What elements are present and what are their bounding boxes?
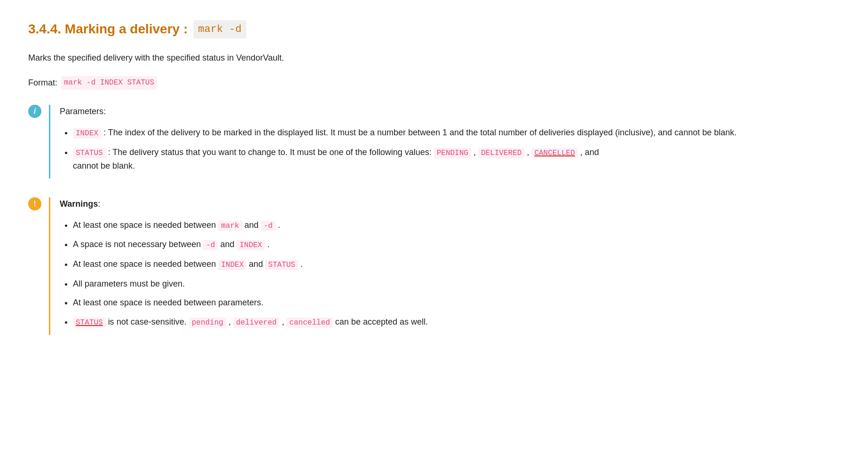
delivered-value: DELIVERED	[478, 148, 524, 158]
parameters-content: Parameters: INDEX : The index of the del…	[49, 105, 840, 179]
dash-d-code: -d	[261, 221, 276, 231]
info-icon: i	[28, 105, 41, 118]
status-code: STATUS	[73, 148, 106, 158]
parameters-block: i Parameters: INDEX : The index of the d…	[28, 105, 840, 179]
warning-icon: !	[28, 197, 41, 210]
list-item: INDEX : The index of the delivery to be …	[73, 126, 840, 140]
dash-d-code2: -d	[203, 240, 218, 250]
pending-value: PENDING	[434, 148, 471, 158]
warnings-block: ! Warnings: At least one space is needed…	[28, 197, 840, 335]
cancelled-value: CANCELLED	[531, 148, 577, 158]
list-item: STATUS is not case-sensitive. pending , …	[73, 315, 840, 329]
delivered-lower-code: delivered	[233, 318, 279, 328]
warnings-content: Warnings: At least one space is needed b…	[49, 197, 840, 335]
warnings-list: At least one space is needed between mar…	[60, 218, 840, 329]
status-code2: STATUS	[265, 260, 298, 270]
title-code: mark -d	[193, 20, 246, 39]
list-item: All parameters must be given.	[73, 277, 840, 291]
list-item: At least one space is needed between mar…	[73, 218, 840, 233]
format-line: Format: mark -d INDEX STATUS	[28, 76, 840, 90]
page-title: 3.4.4. Marking a delivery : mark -d	[28, 19, 840, 40]
index-code: INDEX	[73, 128, 101, 139]
format-code: mark -d INDEX STATUS	[61, 76, 157, 90]
pending-lower-code: pending	[189, 318, 226, 328]
mark-code: mark	[218, 221, 242, 231]
warnings-title: Warnings:	[60, 197, 840, 211]
parameters-title: Parameters:	[60, 105, 840, 118]
list-item: A space is not necessary between -d and …	[73, 238, 840, 252]
index-code3: INDEX	[218, 260, 246, 270]
list-item: At least one space is needed between par…	[73, 296, 840, 310]
list-item: STATUS : The delivery status that you wa…	[73, 146, 840, 173]
format-label: Format:	[28, 76, 57, 90]
cancelled-lower-code: cancelled	[286, 318, 332, 328]
title-text: 3.4.4. Marking a delivery :	[28, 19, 188, 40]
list-item: At least one space is needed between IND…	[73, 257, 840, 272]
index-code2: INDEX	[237, 240, 265, 250]
parameters-list: INDEX : The index of the delivery to be …	[60, 126, 840, 173]
page-description: Marks the specified delivery with the sp…	[28, 51, 840, 65]
status-underline-code: STATUS	[73, 318, 106, 328]
